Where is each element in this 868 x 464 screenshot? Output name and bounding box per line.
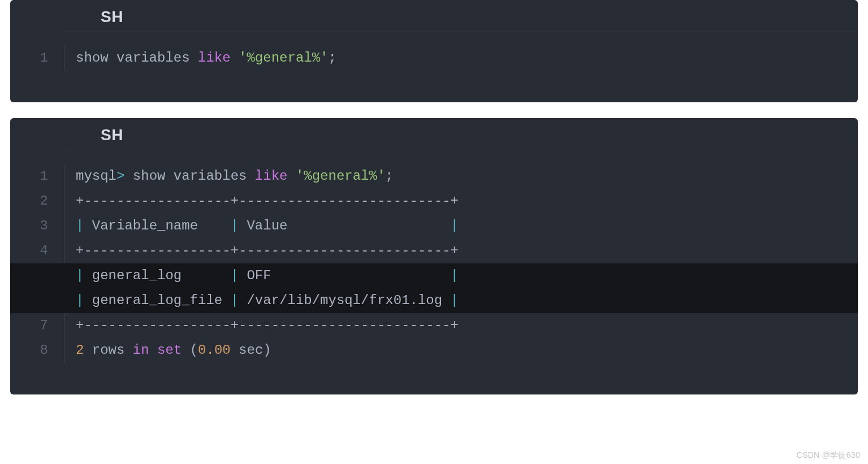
line-number: 2 [10,189,48,214]
line-number: 1 [10,46,48,71]
code-body: 1show variables like '%general%'; [10,32,858,102]
code-token: in [133,342,149,358]
code-token: show variables [124,168,254,184]
code-token: +------------------+--------------------… [76,193,459,209]
code-line: +------------------+--------------------… [76,189,858,214]
code-token: show variables [76,50,198,66]
code-token: mysql [76,168,116,184]
code-token: sec [231,342,264,358]
line-number: 7 [10,313,48,338]
code-line: +------------------+--------------------… [76,313,858,338]
code-line: +------------------+--------------------… [76,238,858,263]
code-line: mysql> show variables like '%general%'; [76,164,858,189]
line-number: 4 [10,238,48,263]
code-token: '%general%' [239,50,328,66]
code-token: OFF [239,268,450,283]
language-label: SH [10,0,858,32]
code-line: | general_log | OFF | [10,263,858,288]
code-token: ( [190,342,198,358]
code-token: Variable_name [84,218,230,233]
code-token [182,342,189,358]
code-token: | [231,268,239,283]
line-number: 1 [10,164,48,189]
code-token: > [116,168,124,184]
language-label: SH [10,118,858,150]
code-token: Value [239,218,450,233]
code-token: | [231,218,239,233]
code-token: general_log [84,268,230,283]
code-block: SH1show variables like '%general%'; [10,0,858,102]
code-token: rows [84,342,132,358]
line-number: 3 [10,214,48,238]
code-token: general_log_file [84,293,230,308]
code-token: | [231,293,239,308]
code-token: 0.00 [198,342,231,358]
code-body: 12345678mysql> show variables like '%gen… [10,150,858,394]
code-line: | general_log_file | /var/lib/mysql/frx0… [10,288,858,313]
code-token: +------------------+--------------------… [76,243,459,258]
code-token: '%general%' [296,168,385,184]
code-token [287,168,295,184]
code-token: | [76,293,84,308]
code-token: +------------------+--------------------… [76,318,459,333]
code-line: show variables like '%general%'; [76,46,858,71]
code-token: | [451,268,459,283]
code-token: ; [385,168,393,184]
code-token: set [157,342,182,358]
code-line: | Variable_name | Value | [76,214,858,238]
code-token: | [451,293,459,308]
code-token: | [76,268,84,283]
code-line: 2 rows in set (0.00 sec) [76,338,858,363]
code-content[interactable]: mysql> show variables like '%general%';+… [64,164,858,363]
code-token: like [198,50,231,66]
code-token [149,342,157,358]
code-token: | [76,218,84,233]
code-token [231,50,239,66]
code-block: SH12345678mysql> show variables like '%g… [10,118,858,394]
code-token: ; [329,50,336,66]
code-content[interactable]: show variables like '%general%'; [64,46,858,71]
code-token: | [451,218,459,233]
code-token: like [255,168,288,184]
code-token: 2 [76,342,84,358]
code-token: ) [263,342,271,358]
line-number-gutter: 1 [10,46,64,71]
code-token: /var/lib/mysql/frx01.log [239,293,450,308]
line-number: 8 [10,338,48,363]
